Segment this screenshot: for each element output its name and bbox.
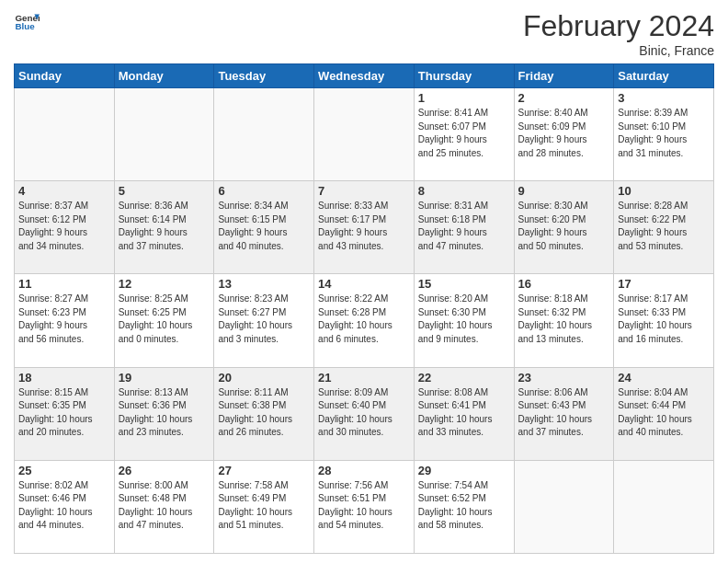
day-number: 7 xyxy=(318,184,410,198)
day-number: 18 xyxy=(18,371,110,385)
location: Binic, France xyxy=(523,43,714,58)
day-info: Sunrise: 8:39 AM Sunset: 6:10 PM Dayligh… xyxy=(618,107,710,160)
col-monday: Monday xyxy=(114,64,214,88)
day-number: 19 xyxy=(119,371,210,385)
day-cell: 27Sunrise: 7:58 AM Sunset: 6:49 PM Dayli… xyxy=(214,460,314,553)
day-cell: 29Sunrise: 7:54 AM Sunset: 6:52 PM Dayli… xyxy=(414,460,514,553)
day-info: Sunrise: 8:28 AM Sunset: 6:22 PM Dayligh… xyxy=(618,200,710,253)
col-sunday: Sunday xyxy=(15,64,115,88)
day-info: Sunrise: 8:25 AM Sunset: 6:25 PM Dayligh… xyxy=(119,293,210,346)
day-number: 12 xyxy=(119,277,210,291)
day-cell: 23Sunrise: 8:06 AM Sunset: 6:43 PM Dayli… xyxy=(514,367,614,460)
day-info: Sunrise: 7:58 AM Sunset: 6:49 PM Dayligh… xyxy=(218,479,310,533)
day-cell: 16Sunrise: 8:18 AM Sunset: 6:32 PM Dayli… xyxy=(514,274,614,367)
day-number: 6 xyxy=(218,184,310,198)
day-cell: 13Sunrise: 8:23 AM Sunset: 6:27 PM Dayli… xyxy=(214,274,314,367)
day-cell: 25Sunrise: 8:02 AM Sunset: 6:46 PM Dayli… xyxy=(15,460,115,553)
day-info: Sunrise: 8:11 AM Sunset: 6:38 PM Dayligh… xyxy=(218,386,310,440)
day-cell: 9Sunrise: 8:30 AM Sunset: 6:20 PM Daylig… xyxy=(514,181,614,274)
day-number: 14 xyxy=(318,277,410,291)
day-info: Sunrise: 8:02 AM Sunset: 6:46 PM Dayligh… xyxy=(18,479,110,533)
month-title: February 2024 xyxy=(523,9,714,43)
day-cell xyxy=(514,460,614,553)
day-number: 1 xyxy=(418,91,510,105)
day-cell: 10Sunrise: 8:28 AM Sunset: 6:22 PM Dayli… xyxy=(614,181,714,274)
day-cell xyxy=(214,88,314,181)
logo-icon: General Blue xyxy=(14,9,40,35)
day-number: 5 xyxy=(119,184,210,198)
day-info: Sunrise: 8:20 AM Sunset: 6:30 PM Dayligh… xyxy=(418,293,510,346)
day-cell: 11Sunrise: 8:27 AM Sunset: 6:23 PM Dayli… xyxy=(15,274,115,367)
day-info: Sunrise: 8:15 AM Sunset: 6:35 PM Dayligh… xyxy=(18,386,110,440)
day-cell: 21Sunrise: 8:09 AM Sunset: 6:40 PM Dayli… xyxy=(314,367,415,460)
day-cell: 2Sunrise: 8:40 AM Sunset: 6:09 PM Daylig… xyxy=(514,88,614,181)
day-cell xyxy=(614,460,714,553)
day-cell: 8Sunrise: 8:31 AM Sunset: 6:18 PM Daylig… xyxy=(414,181,514,274)
day-cell: 14Sunrise: 8:22 AM Sunset: 6:28 PM Dayli… xyxy=(314,274,415,367)
day-number: 26 xyxy=(119,464,210,477)
calendar-table: Sunday Monday Tuesday Wednesday Thursday… xyxy=(14,63,714,554)
day-info: Sunrise: 7:56 AM Sunset: 6:51 PM Dayligh… xyxy=(318,479,410,533)
day-cell: 4Sunrise: 8:37 AM Sunset: 6:12 PM Daylig… xyxy=(15,181,115,274)
day-cell: 17Sunrise: 8:17 AM Sunset: 6:33 PM Dayli… xyxy=(614,274,714,367)
day-info: Sunrise: 8:22 AM Sunset: 6:28 PM Dayligh… xyxy=(318,293,410,346)
week-row-2: 11Sunrise: 8:27 AM Sunset: 6:23 PM Dayli… xyxy=(15,274,714,367)
day-cell: 12Sunrise: 8:25 AM Sunset: 6:25 PM Dayli… xyxy=(114,274,214,367)
day-number: 24 xyxy=(618,371,710,385)
day-number: 27 xyxy=(218,464,310,477)
day-info: Sunrise: 8:33 AM Sunset: 6:17 PM Dayligh… xyxy=(318,200,410,253)
day-info: Sunrise: 8:40 AM Sunset: 6:09 PM Dayligh… xyxy=(518,107,610,160)
day-number: 8 xyxy=(418,184,510,198)
day-cell xyxy=(314,88,415,181)
day-number: 13 xyxy=(218,277,310,291)
day-info: Sunrise: 8:27 AM Sunset: 6:23 PM Dayligh… xyxy=(18,293,110,346)
day-cell: 19Sunrise: 8:13 AM Sunset: 6:36 PM Dayli… xyxy=(114,367,214,460)
col-saturday: Saturday xyxy=(614,64,714,88)
day-info: Sunrise: 8:06 AM Sunset: 6:43 PM Dayligh… xyxy=(518,386,610,440)
day-info: Sunrise: 8:41 AM Sunset: 6:07 PM Dayligh… xyxy=(418,107,510,160)
day-cell: 22Sunrise: 8:08 AM Sunset: 6:41 PM Dayli… xyxy=(414,367,514,460)
day-number: 22 xyxy=(418,371,510,385)
page: General Blue February 2024 Binic, France… xyxy=(0,0,728,563)
day-number: 21 xyxy=(318,371,410,385)
day-info: Sunrise: 8:08 AM Sunset: 6:41 PM Dayligh… xyxy=(418,386,510,440)
day-cell xyxy=(15,88,115,181)
col-tuesday: Tuesday xyxy=(214,64,314,88)
day-number: 17 xyxy=(618,277,710,291)
day-info: Sunrise: 8:34 AM Sunset: 6:15 PM Dayligh… xyxy=(218,200,310,253)
svg-text:Blue: Blue xyxy=(15,21,35,31)
day-number: 2 xyxy=(518,91,610,105)
day-cell: 5Sunrise: 8:36 AM Sunset: 6:14 PM Daylig… xyxy=(114,181,214,274)
day-info: Sunrise: 8:17 AM Sunset: 6:33 PM Dayligh… xyxy=(618,293,710,346)
logo: General Blue xyxy=(14,9,40,35)
day-cell: 6Sunrise: 8:34 AM Sunset: 6:15 PM Daylig… xyxy=(214,181,314,274)
day-cell: 20Sunrise: 8:11 AM Sunset: 6:38 PM Dayli… xyxy=(214,367,314,460)
day-number: 28 xyxy=(318,464,410,477)
day-info: Sunrise: 8:23 AM Sunset: 6:27 PM Dayligh… xyxy=(218,293,310,346)
day-number: 10 xyxy=(618,184,710,198)
day-cell: 24Sunrise: 8:04 AM Sunset: 6:44 PM Dayli… xyxy=(614,367,714,460)
day-number: 25 xyxy=(18,464,110,477)
day-info: Sunrise: 8:37 AM Sunset: 6:12 PM Dayligh… xyxy=(18,200,110,253)
day-info: Sunrise: 8:04 AM Sunset: 6:44 PM Dayligh… xyxy=(618,386,710,440)
day-number: 4 xyxy=(18,184,110,198)
day-number: 23 xyxy=(518,371,610,385)
day-cell: 26Sunrise: 8:00 AM Sunset: 6:48 PM Dayli… xyxy=(114,460,214,553)
day-cell: 18Sunrise: 8:15 AM Sunset: 6:35 PM Dayli… xyxy=(15,367,115,460)
day-number: 20 xyxy=(218,371,310,385)
week-row-4: 25Sunrise: 8:02 AM Sunset: 6:46 PM Dayli… xyxy=(15,460,714,553)
week-row-3: 18Sunrise: 8:15 AM Sunset: 6:35 PM Dayli… xyxy=(15,367,714,460)
day-cell: 28Sunrise: 7:56 AM Sunset: 6:51 PM Dayli… xyxy=(314,460,415,553)
day-cell: 15Sunrise: 8:20 AM Sunset: 6:30 PM Dayli… xyxy=(414,274,514,367)
day-cell: 7Sunrise: 8:33 AM Sunset: 6:17 PM Daylig… xyxy=(314,181,415,274)
day-info: Sunrise: 8:00 AM Sunset: 6:48 PM Dayligh… xyxy=(119,479,210,533)
day-number: 16 xyxy=(518,277,610,291)
week-row-0: 1Sunrise: 8:41 AM Sunset: 6:07 PM Daylig… xyxy=(15,88,714,181)
day-info: Sunrise: 8:36 AM Sunset: 6:14 PM Dayligh… xyxy=(119,200,210,253)
day-cell xyxy=(114,88,214,181)
day-number: 3 xyxy=(618,91,710,105)
col-thursday: Thursday xyxy=(414,64,514,88)
header-row: Sunday Monday Tuesday Wednesday Thursday… xyxy=(15,64,714,88)
header: General Blue February 2024 Binic, France xyxy=(14,9,714,58)
day-info: Sunrise: 8:31 AM Sunset: 6:18 PM Dayligh… xyxy=(418,200,510,253)
